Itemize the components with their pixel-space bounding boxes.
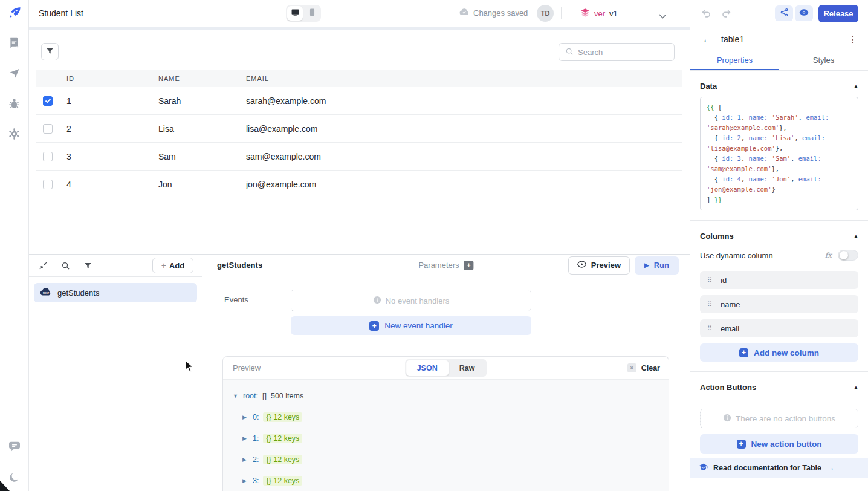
column-header[interactable]: EMAIL (240, 75, 682, 82)
back-arrow-icon[interactable]: ← (702, 34, 711, 44)
chevron-down-icon[interactable] (659, 11, 667, 21)
query-list-toolbar: + Add (29, 255, 202, 277)
table-row[interactable]: 1 Sarah sarah@example.com (36, 87, 682, 115)
actions-section-title: Action Buttons (700, 383, 756, 392)
fx-icon[interactable]: fx (825, 251, 832, 259)
cell-name: Jon (152, 180, 240, 189)
share-button[interactable] (775, 5, 793, 21)
readme-icon[interactable] (8, 36, 21, 50)
filter-queries-icon[interactable] (82, 260, 93, 271)
query-list-item[interactable]: REST getStudents (34, 283, 197, 302)
row-checkbox[interactable] (43, 96, 53, 106)
column-chip[interactable]: ⠿ name (700, 295, 858, 313)
preview-mode-toggle: JSON Raw (405, 359, 487, 377)
tree-root-row[interactable]: ▼ root: [] 500 items (233, 390, 659, 402)
tree-item[interactable]: ▶ 3: {} 12 keys (242, 475, 659, 487)
toggle-knob (840, 251, 848, 259)
settings-gear-icon[interactable] (8, 127, 21, 140)
table-filter-button[interactable] (41, 43, 59, 60)
tab-properties[interactable]: Properties (690, 51, 779, 70)
run-query-button[interactable]: ▶ Run (635, 256, 679, 275)
table-search-input[interactable] (578, 48, 668, 57)
bug-icon[interactable] (8, 97, 21, 110)
row-checkbox[interactable] (43, 124, 53, 134)
column-chip-label: name (721, 300, 740, 309)
drag-handle-icon[interactable]: ⠿ (707, 276, 712, 284)
column-chip[interactable]: ⠿ id (700, 271, 858, 289)
add-parameter-button[interactable]: + (464, 261, 474, 270)
mobile-view-button[interactable] (304, 6, 320, 21)
tree-item[interactable]: ▶ 2: {} 12 keys (242, 454, 659, 466)
user-avatar[interactable]: TD (537, 5, 554, 22)
chat-support-icon[interactable] (8, 440, 21, 454)
cell-id: 3 (60, 152, 152, 161)
dynamic-column-label: Use dynamic column (700, 251, 773, 260)
collapse-caret-icon[interactable]: ▲ (853, 83, 858, 89)
tree-item-key: 3: (253, 476, 259, 485)
dark-mode-moon-icon[interactable] (8, 470, 21, 484)
row-checkbox[interactable] (43, 180, 53, 189)
clear-x-icon: × (627, 363, 636, 372)
preview-label: Preview (233, 363, 261, 372)
select-cursor-icon[interactable] (8, 67, 21, 80)
add-query-button[interactable]: + Add (152, 258, 193, 273)
search-queries-icon[interactable] (60, 260, 71, 271)
tree-item[interactable]: ▶ 1: {} 12 keys (242, 432, 659, 444)
table-row[interactable]: 4 Jon jon@example.com (36, 171, 682, 198)
new-action-button-label: New action button (751, 440, 822, 449)
column-chip[interactable]: ⠿ email (700, 319, 858, 337)
eye-icon (799, 8, 809, 18)
data-section-title: Data (700, 82, 717, 91)
run-label: Run (654, 261, 669, 270)
tab-styles[interactable]: Styles (779, 51, 868, 70)
collapse-caret-icon[interactable]: ▲ (853, 385, 858, 390)
documentation-link-label: Read documentation for Table (713, 464, 821, 472)
drag-handle-icon[interactable]: ⠿ (707, 325, 712, 333)
version-value: v1 (609, 9, 618, 18)
tab-json[interactable]: JSON (406, 360, 449, 376)
preview-card-header: Preview JSON Raw × Clear (223, 357, 669, 380)
tree-collapsed-icon[interactable]: ▶ (242, 435, 248, 441)
undo-button[interactable] (699, 7, 713, 20)
release-button[interactable]: Release (818, 5, 858, 22)
drag-handle-icon[interactable]: ⠿ (707, 301, 712, 308)
desktop-icon (291, 9, 299, 18)
documentation-link[interactable]: Read documentation for Table → (690, 458, 868, 478)
clear-button[interactable]: × Clear (627, 363, 660, 372)
tab-raw[interactable]: Raw (449, 360, 486, 376)
new-action-button[interactable]: + New action button (700, 434, 858, 454)
funnel-icon (46, 47, 54, 57)
tree-item[interactable]: ▶ 0: {} 12 keys (242, 411, 659, 423)
tree-collapsed-icon[interactable]: ▶ (242, 414, 248, 420)
query-preview-button[interactable]: Preview (568, 256, 630, 275)
layers-icon (580, 8, 590, 19)
tree-expanded-icon[interactable]: ▼ (233, 393, 239, 399)
tree-collapsed-icon[interactable]: ▶ (242, 478, 248, 484)
tree-collapsed-icon[interactable]: ▶ (242, 457, 248, 463)
app-logo[interactable] (0, 0, 29, 27)
table-row[interactable]: 3 Sam sam@example.com (36, 143, 682, 171)
dynamic-column-row: Use dynamic column fx (700, 247, 858, 264)
preview-app-button[interactable] (795, 5, 813, 21)
redo-button[interactable] (720, 7, 733, 20)
no-event-handlers-text: No event handlers (386, 296, 450, 305)
parameters-group: Parameters + (418, 261, 473, 270)
dynamic-column-toggle[interactable] (838, 250, 858, 261)
table-row[interactable]: 2 Lisa lisa@example.com (36, 115, 682, 143)
kebab-menu-icon[interactable]: ⋮ (849, 34, 857, 44)
data-code-editor[interactable]: {{ [ { id: 1, name: 'Sarah', email: 'sar… (700, 97, 858, 210)
play-icon: ▶ (644, 262, 649, 268)
collapse-panel-icon[interactable] (37, 260, 48, 271)
desktop-view-button[interactable] (287, 6, 303, 21)
new-event-handler-button[interactable]: + New event handler (291, 316, 531, 335)
columns-section-header: Columns ▲ (700, 232, 858, 241)
column-header[interactable]: NAME (152, 75, 240, 82)
add-new-column-button[interactable]: + Add new column (700, 343, 858, 362)
tree-item-summary: {} 12 keys (263, 476, 302, 486)
collapse-caret-icon[interactable]: ▲ (853, 233, 858, 239)
cell-email: sam@example.com (240, 152, 682, 161)
column-header[interactable]: ID (60, 75, 152, 82)
version-selector[interactable]: ver v1 (580, 8, 618, 19)
row-checkbox[interactable] (43, 152, 53, 161)
cell-email: sarah@example.com (240, 96, 682, 106)
